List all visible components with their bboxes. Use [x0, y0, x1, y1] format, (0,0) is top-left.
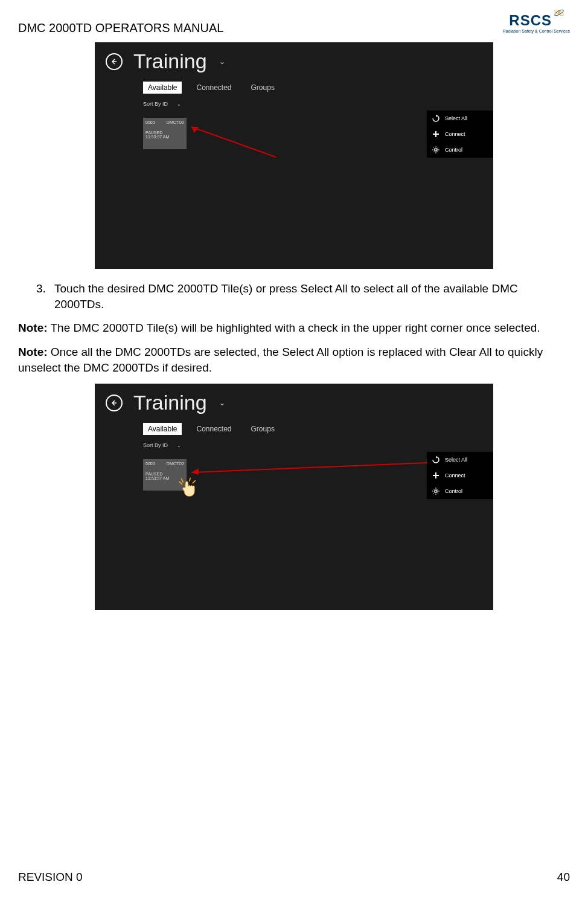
- tab-available[interactable]: Available: [143, 423, 182, 435]
- refresh-icon: [432, 114, 440, 123]
- gear-icon: [432, 487, 440, 495]
- svg-line-3: [191, 127, 276, 157]
- chevron-down-icon: ⌄: [177, 101, 181, 107]
- svg-point-0: [558, 11, 561, 14]
- back-button[interactable]: [106, 395, 123, 411]
- chevron-down-icon[interactable]: ⌄: [219, 57, 225, 66]
- select-all-button[interactable]: Select All: [427, 452, 493, 468]
- tile-model: DMCTD2: [167, 120, 184, 124]
- refresh-icon: [432, 456, 440, 464]
- control-label: Control: [445, 147, 462, 153]
- select-all-label: Select All: [445, 457, 467, 463]
- callout-arrow-icon: [185, 121, 282, 163]
- connect-button[interactable]: Connect: [427, 468, 493, 483]
- tab-bar: Available Connected Groups: [95, 417, 493, 435]
- app-screenshot-1: Training ⌄ Available Connected Groups So…: [95, 42, 493, 269]
- page-number: 40: [557, 871, 570, 884]
- svg-line-7: [179, 482, 182, 485]
- sort-selector[interactable]: Sort By ID ⌄: [95, 94, 493, 107]
- tab-groups[interactable]: Groups: [246, 423, 280, 435]
- note-2: Note: Once all the DMC 2000TDs are selec…: [18, 344, 570, 375]
- gear-icon: [432, 146, 440, 154]
- screen-title: Training: [133, 50, 207, 73]
- side-action-panel: Select All Connect Control: [427, 452, 493, 499]
- chevron-down-icon: ⌄: [177, 443, 181, 448]
- callout-arrow-icon: [185, 459, 433, 477]
- control-button[interactable]: Control: [427, 142, 493, 158]
- svg-line-10: [193, 480, 196, 483]
- chevron-down-icon[interactable]: ⌄: [219, 399, 225, 407]
- svg-line-11: [191, 463, 427, 472]
- device-tile[interactable]: 0000 DMCTD2 PAUSED 11:53:57 AM: [143, 118, 187, 149]
- tab-available[interactable]: Available: [143, 82, 182, 94]
- pointer-hand-icon: [178, 477, 199, 498]
- arrow-left-icon: [110, 399, 118, 407]
- logo: RSCS Radiation Safety & Control Services: [503, 12, 570, 33]
- sort-label: Sort By ID: [143, 442, 168, 448]
- screen-title: Training: [133, 391, 207, 414]
- tile-status: PAUSED: [145, 472, 184, 476]
- note-2-text: Once all the DMC 2000TDs are selected, t…: [18, 346, 543, 374]
- revision-label: REVISION 0: [18, 871, 83, 884]
- svg-line-8: [181, 478, 183, 483]
- svg-point-6: [435, 149, 437, 151]
- note-1: Note: The DMC 2000TD Tile(s) will be hig…: [18, 320, 570, 336]
- select-all-button[interactable]: Select All: [427, 111, 493, 126]
- connect-button[interactable]: Connect: [427, 126, 493, 142]
- plus-icon: [432, 471, 440, 480]
- svg-line-9: [190, 478, 191, 482]
- step-number: 3.: [36, 281, 54, 312]
- logo-subtitle: Radiation Safety & Control Services: [503, 29, 570, 33]
- tab-groups[interactable]: Groups: [246, 82, 280, 94]
- tab-bar: Available Connected Groups: [95, 76, 493, 94]
- arrow-left-icon: [110, 58, 118, 65]
- tile-model: DMCTD2: [167, 462, 184, 466]
- control-label: Control: [445, 488, 462, 494]
- doc-title: DMC 2000TD OPERATORS MANUAL: [18, 12, 223, 35]
- note-label: Note:: [18, 346, 48, 358]
- svg-marker-12: [191, 468, 199, 475]
- tile-id: 0000: [145, 462, 155, 466]
- connect-label: Connect: [445, 472, 465, 478]
- svg-marker-4: [191, 127, 199, 133]
- connect-label: Connect: [445, 131, 465, 137]
- app-screenshot-2: Training ⌄ Available Connected Groups So…: [95, 384, 493, 610]
- note-1-text: The DMC 2000TD Tile(s) will be highlight…: [48, 321, 540, 334]
- tab-connected[interactable]: Connected: [191, 423, 236, 435]
- logo-text: RSCS: [509, 12, 552, 28]
- step-3: 3. Touch the desired DMC 2000TD Tile(s) …: [18, 281, 570, 312]
- control-button[interactable]: Control: [427, 483, 493, 499]
- plus-icon: [432, 130, 440, 138]
- doc-footer: REVISION 0 40: [18, 871, 570, 884]
- back-button[interactable]: [106, 53, 123, 70]
- sort-selector[interactable]: Sort By ID ⌄: [95, 435, 493, 448]
- svg-point-14: [435, 490, 437, 492]
- side-action-panel: Select All Connect Control: [427, 111, 493, 158]
- tile-status: PAUSED: [145, 130, 184, 135]
- note-label: Note:: [18, 321, 48, 334]
- step-text: Touch the desired DMC 2000TD Tile(s) or …: [54, 281, 570, 312]
- select-all-label: Select All: [445, 115, 467, 121]
- tile-id: 0000: [145, 120, 155, 124]
- tab-connected[interactable]: Connected: [191, 82, 236, 94]
- doc-header: DMC 2000TD OPERATORS MANUAL RSCS Radiati…: [18, 12, 570, 35]
- tile-time: 11:53:57 AM: [145, 135, 184, 139]
- atom-icon: [554, 7, 564, 18]
- sort-label: Sort By ID: [143, 101, 168, 107]
